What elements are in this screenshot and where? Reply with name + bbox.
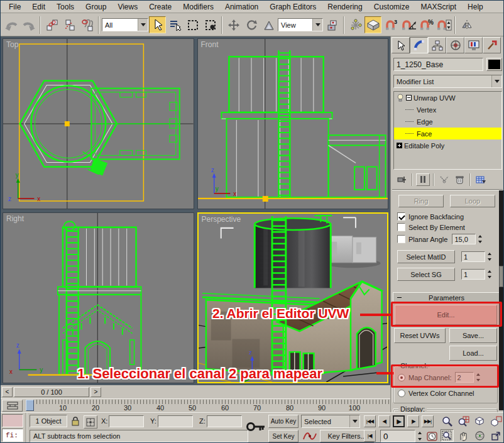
- menu-create[interactable]: Create: [143, 1, 177, 13]
- map-channel-radio[interactable]: [398, 374, 405, 381]
- menu-edit[interactable]: Edit: [26, 1, 51, 13]
- tab-utilities[interactable]: [483, 37, 501, 53]
- undo-icon[interactable]: [3, 16, 19, 33]
- key-mode-toggle-button[interactable]: |◀|: [364, 430, 376, 442]
- dropdown-arrow-icon[interactable]: [312, 19, 322, 31]
- reset-uvws-button[interactable]: Reset UVWs: [394, 328, 446, 343]
- set-key-button[interactable]: Set Key: [268, 430, 299, 442]
- menu-group[interactable]: Group: [80, 1, 112, 13]
- go-to-end-button[interactable]: ▶▶|: [422, 415, 434, 427]
- menu-maxscript[interactable]: MAXScript: [415, 1, 462, 13]
- dropdown-arrow-icon[interactable]: [491, 75, 501, 87]
- stack-row-face[interactable]: Face: [394, 128, 501, 139]
- tab-motion[interactable]: [446, 37, 464, 53]
- tab-display[interactable]: [464, 37, 483, 53]
- select-and-rotate-icon[interactable]: [243, 16, 260, 33]
- reference-coordinate-dropdown[interactable]: View: [278, 18, 323, 31]
- expand-icon[interactable]: [397, 143, 402, 148]
- object-color-swatch[interactable]: [486, 58, 502, 71]
- current-frame-field[interactable]: [380, 430, 415, 442]
- dropdown-arrow-icon[interactable]: [349, 415, 359, 427]
- time-configuration-icon[interactable]: [425, 429, 439, 442]
- select-by-name-icon[interactable]: [167, 16, 184, 33]
- mini-curve-editor-button[interactable]: [2, 400, 23, 412]
- tab-create[interactable]: [392, 37, 410, 53]
- play-button[interactable]: ▶: [393, 415, 405, 427]
- menu-help[interactable]: Help: [462, 1, 489, 13]
- pan-hand-icon[interactable]: [457, 429, 470, 442]
- angle-snap-icon[interactable]: [400, 16, 417, 33]
- maxscript-listener-pink[interactable]: [2, 414, 23, 427]
- z-coordinate-field[interactable]: [207, 415, 242, 427]
- set-keys-icon[interactable]: [246, 420, 266, 434]
- rectangular-selection-icon[interactable]: [184, 16, 201, 33]
- spinner-arrows[interactable]: [485, 251, 494, 262]
- viewport-right-label[interactable]: Right: [6, 214, 24, 223]
- planar-angle-checkbox[interactable]: [397, 235, 405, 243]
- selection-lock-icon[interactable]: [71, 416, 80, 427]
- absolute-offset-toggle[interactable]: [84, 415, 97, 429]
- select-sg-button[interactable]: Select SG: [397, 268, 455, 281]
- percent-snap-icon[interactable]: %: [417, 16, 434, 33]
- zoom-tool-icon[interactable]: [441, 415, 454, 427]
- menu-customize[interactable]: Customize: [368, 1, 415, 13]
- select-and-scale-icon[interactable]: [260, 16, 277, 33]
- time-slider-handle[interactable]: [26, 400, 34, 411]
- stack-row-vertex[interactable]: Vertex: [394, 104, 501, 116]
- ring-button[interactable]: Ring: [398, 195, 444, 207]
- snaps-toggle-icon[interactable]: [364, 16, 381, 33]
- viewport-perspective[interactable]: Perspective: [197, 212, 389, 383]
- zoom-extents-all-icon[interactable]: [490, 415, 503, 427]
- menu-graph-editors[interactable]: Graph Editors: [264, 1, 322, 13]
- timeline-ruler[interactable]: 0 10 20 30 40 50 60 70 80 90 100: [25, 399, 389, 412]
- load-button[interactable]: Load...: [449, 346, 497, 361]
- save-button[interactable]: Save...: [449, 328, 497, 343]
- parameters-rollout-header[interactable]: Parameters: [393, 292, 500, 303]
- spinner-arrows[interactable]: [415, 430, 424, 442]
- arc-rotate-icon[interactable]: [473, 429, 486, 442]
- bind-to-spacewarp-icon[interactable]: [79, 16, 96, 33]
- next-frame-button[interactable]: |▶: [407, 415, 419, 427]
- select-object-icon[interactable]: [149, 16, 166, 33]
- y-coordinate-field[interactable]: [158, 415, 193, 427]
- time-slider-readout[interactable]: 0 / 100: [14, 387, 89, 397]
- sg-value[interactable]: 1: [461, 269, 485, 280]
- viewport-right[interactable]: Right: [3, 212, 194, 383]
- go-to-start-button[interactable]: |◀◀: [364, 415, 376, 427]
- spinner-arrows[interactable]: [474, 372, 483, 383]
- scrub-next-button[interactable]: >: [90, 387, 101, 397]
- viewport-front[interactable]: Front: [197, 38, 389, 209]
- select-matid-button[interactable]: Select MatID: [397, 250, 455, 263]
- planar-angle-spinner[interactable]: 15,0: [452, 234, 485, 244]
- configure-modifier-sets-icon[interactable]: [474, 173, 488, 186]
- spinner-arrows[interactable]: [485, 269, 494, 280]
- spinner-arrows[interactable]: [476, 234, 485, 244]
- select-and-manipulate-icon[interactable]: [347, 16, 364, 33]
- make-unique-icon[interactable]: [437, 173, 451, 186]
- menu-rendering[interactable]: Rendering: [322, 1, 368, 13]
- loop-button[interactable]: Loop: [450, 195, 495, 207]
- previous-frame-button[interactable]: ◀|: [378, 415, 390, 427]
- dropdown-arrow-icon[interactable]: [138, 19, 148, 31]
- maxscript-listener-field[interactable]: fi:: [2, 429, 23, 442]
- spinner-snap-icon[interactable]: [435, 16, 452, 33]
- mirror-icon[interactable]: [458, 16, 475, 33]
- collapse-icon[interactable]: [406, 95, 412, 101]
- stack-row-unwrap-uvw[interactable]: Unwrap UVW: [394, 92, 501, 104]
- tab-hierarchy[interactable]: [428, 37, 446, 53]
- stack-row-edge[interactable]: Edge: [394, 116, 501, 128]
- pin-stack-icon[interactable]: [395, 173, 408, 186]
- viewport-perspective-label[interactable]: Perspective: [202, 215, 241, 224]
- select-by-element-checkbox[interactable]: [397, 223, 405, 231]
- menu-modifiers[interactable]: Modifiers: [177, 1, 219, 13]
- map-channel-value[interactable]: 2: [455, 372, 474, 383]
- x-coordinate-field[interactable]: [109, 415, 144, 427]
- menu-tools[interactable]: Tools: [51, 1, 80, 13]
- menu-animation[interactable]: Animation: [219, 1, 264, 13]
- object-name-field[interactable]: 1_1250_Base: [393, 58, 483, 71]
- zoom-all-icon[interactable]: [457, 415, 470, 427]
- edit-uvw-button[interactable]: Edit...: [395, 305, 497, 325]
- remove-modifier-icon[interactable]: [452, 173, 466, 186]
- selection-filter-dropdown[interactable]: All: [102, 18, 148, 31]
- min-max-toggle-icon[interactable]: [490, 429, 503, 442]
